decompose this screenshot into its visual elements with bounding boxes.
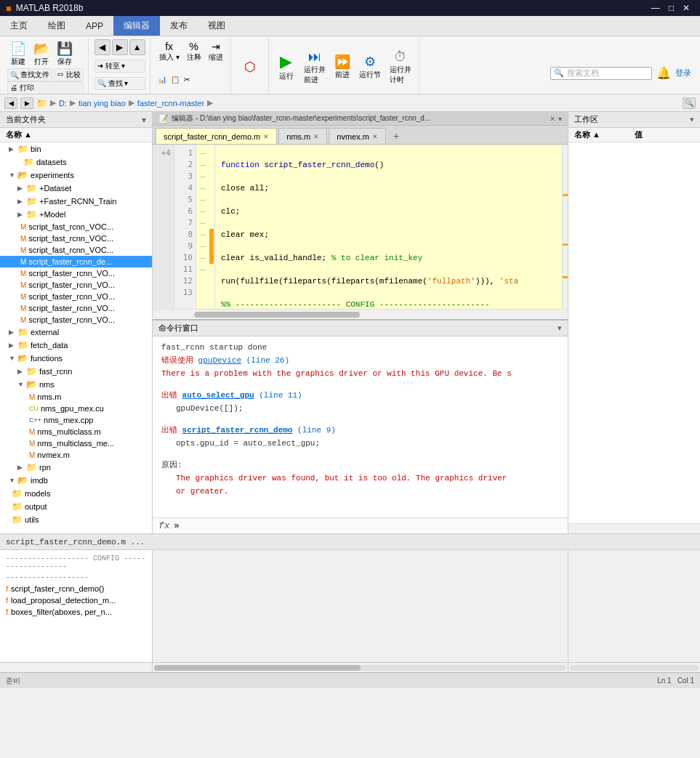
menu-editor[interactable]: 编辑器 bbox=[113, 16, 160, 36]
command-content[interactable]: fast_rcnn startup done 错误使用 gpuDevice (l… bbox=[153, 336, 568, 517]
search-docs-input[interactable]: 🔍 搜索文档 bbox=[550, 67, 652, 80]
tab-add[interactable]: + bbox=[387, 128, 405, 144]
tree-script2[interactable]: M script_fast_rcnn_VOC... bbox=[0, 233, 152, 244]
toolbar-edit-group: fx插入 ▾ %注释 ⇥缩进 📊 📋 ✂ 编辑 bbox=[152, 38, 231, 94]
minimize-button[interactable]: — bbox=[647, 3, 664, 13]
tree-dataset[interactable]: ▶ 📁 +Dataset bbox=[0, 182, 152, 195]
workspace-hscroll[interactable] bbox=[568, 523, 700, 533]
tree-functions[interactable]: ▼ 📂 functions bbox=[0, 352, 152, 365]
menu-app[interactable]: APP bbox=[76, 16, 113, 36]
up-button[interactable]: ▲ bbox=[129, 39, 145, 55]
notification-icon[interactable]: 🔔 bbox=[656, 66, 671, 80]
tree-bin[interactable]: ▶ 📁 bin bbox=[0, 142, 152, 156]
func-item-3[interactable]: f boxes_filter(aboxes, per_n... bbox=[3, 606, 149, 618]
save-button[interactable]: 💾 保存 bbox=[54, 39, 76, 68]
tree-nms[interactable]: ▼ 📂 nms bbox=[0, 378, 152, 391]
nav-search[interactable]: 🔍 bbox=[683, 97, 696, 109]
tree-script-demo[interactable]: M script_faster_rcnn_de... bbox=[0, 256, 152, 267]
indent-button[interactable]: ⇥缩进 bbox=[206, 39, 226, 64]
tree-nms-cpp[interactable]: C++ nms_mex.cpp bbox=[0, 414, 152, 426]
nav-forward[interactable]: ▶ bbox=[20, 97, 33, 109]
tab-close-2[interactable]: ✕ bbox=[372, 133, 378, 140]
close-button[interactable]: ✕ bbox=[678, 3, 694, 13]
tree-model[interactable]: ▶ 📁 +Model bbox=[0, 208, 152, 221]
tree-models[interactable]: 📁 models bbox=[0, 487, 152, 500]
tree-nms-cu[interactable]: CU nms_gpu_mex.cu bbox=[0, 403, 152, 414]
workspace-content bbox=[568, 142, 700, 523]
tree-rpn[interactable]: ▶ 📁 rpn bbox=[0, 461, 152, 474]
compare-button[interactable]: ⇔ 比较 bbox=[54, 68, 84, 81]
nav-path-project[interactable]: faster_rcnn-master bbox=[137, 99, 204, 108]
tree-nms-m[interactable]: M nms.m bbox=[0, 391, 152, 403]
comment-button[interactable]: %注释 bbox=[184, 39, 204, 64]
workspace-expand[interactable]: ▾ bbox=[690, 115, 694, 124]
login-button[interactable]: 登录 bbox=[675, 68, 691, 78]
breakpoint-button[interactable]: ⬡ bbox=[244, 59, 256, 75]
nav-path-dir[interactable]: tian ying biao bbox=[79, 99, 126, 108]
edit-icons3[interactable]: ✂ bbox=[182, 75, 191, 84]
tree-script5[interactable]: M script_faster_rcnn_VO... bbox=[0, 279, 152, 291]
command-window: 命令行窗口 ▾ fast_rcnn startup done 错误使用 gpuD… bbox=[153, 319, 568, 533]
back-button[interactable]: ◀ bbox=[94, 39, 110, 55]
tree-fast-rcnn[interactable]: ▶ 📁 fast_rcnn bbox=[0, 365, 152, 378]
tree-nms-multi[interactable]: M nms_multiclass.m bbox=[0, 426, 152, 438]
insert-button[interactable]: fx插入 ▾ bbox=[156, 39, 182, 64]
run-button[interactable]: ▶ 运行 bbox=[275, 51, 298, 83]
cmd-line-2: 错误使用 gpuDevice (line 26) bbox=[161, 354, 559, 367]
tree-nvmex[interactable]: M nvmex.m bbox=[0, 449, 152, 461]
tab-close-1[interactable]: ✕ bbox=[313, 133, 319, 140]
tree-utils[interactable]: 📁 utils bbox=[0, 513, 152, 526]
menu-home[interactable]: 主页 bbox=[0, 16, 38, 36]
new-button[interactable]: 📄 新建 bbox=[7, 39, 29, 68]
tree-fetch[interactable]: ▶ 📁 fetch_data bbox=[0, 339, 152, 352]
func-item-1[interactable]: f script_faster_rcnn_demo() bbox=[3, 583, 149, 594]
run-time-button[interactable]: ⏱ 运行并计时 bbox=[387, 48, 414, 86]
maximize-button[interactable]: □ bbox=[664, 3, 678, 13]
tab-nms[interactable]: nms.m ✕ bbox=[278, 128, 327, 144]
command-input[interactable] bbox=[184, 521, 562, 531]
edit-icons2[interactable]: 📋 bbox=[169, 75, 181, 84]
bottom-hscroll-track[interactable] bbox=[154, 665, 566, 671]
run-section-button[interactable]: ⚙ 运行节 bbox=[356, 52, 384, 81]
editor-hscroll[interactable] bbox=[153, 309, 568, 319]
editor-close-icon[interactable]: ✕ bbox=[550, 115, 555, 123]
tab-close-0[interactable]: ✕ bbox=[263, 133, 269, 140]
tree-nms-multi-me[interactable]: M nms_multiclass_me... bbox=[0, 438, 152, 449]
ws-hscroll[interactable] bbox=[570, 665, 699, 671]
tree-script6[interactable]: M script_faster_rcnn_VO... bbox=[0, 291, 152, 302]
tree-output[interactable]: 📁 output bbox=[0, 500, 152, 513]
forward-button[interactable]: ▶ bbox=[112, 39, 128, 55]
menu-publish[interactable]: 发布 bbox=[160, 16, 198, 36]
tree-external[interactable]: ▶ 📁 external bbox=[0, 326, 152, 339]
run-advance-button[interactable]: ⏭ 运行并前进 bbox=[301, 48, 329, 86]
print-button[interactable]: 🖨 打印 bbox=[7, 81, 84, 94]
tree-imdb[interactable]: ▼ 📂 imdb bbox=[0, 474, 152, 487]
tree-experiments[interactable]: ▼ 📂 experiments bbox=[0, 169, 152, 182]
tree-faster-rcnn-train[interactable]: ▶ 📁 +Faster_RCNN_Train bbox=[0, 195, 152, 208]
command-expand-icon[interactable]: ▾ bbox=[558, 323, 562, 333]
open-button[interactable]: 📂 打开 bbox=[31, 39, 52, 68]
find-files-button[interactable]: 🔍 查找文件 bbox=[7, 68, 52, 81]
editor-expand-icon[interactable]: ▾ bbox=[558, 115, 562, 123]
goto-button[interactable]: ➜ 转至 ▾ bbox=[94, 60, 145, 73]
nav-path-d[interactable]: D: bbox=[59, 99, 67, 108]
tab-script-demo[interactable]: script_faster_rcnn_demo.m ✕ bbox=[156, 128, 277, 144]
menubar: 主页 绘图 APP 编辑器 发布 视图 bbox=[0, 16, 700, 36]
menu-view[interactable]: 视图 bbox=[198, 16, 236, 36]
edit-icons[interactable]: 📊 bbox=[156, 75, 168, 84]
find-button[interactable]: 🔍 查找 ▾ bbox=[94, 77, 145, 90]
tree-script4[interactable]: M script_faster_rcnn_VO... bbox=[0, 267, 152, 279]
advance-button[interactable]: ⏩ 前进 bbox=[331, 52, 353, 81]
file-browser-expand[interactable]: ▾ bbox=[142, 115, 146, 125]
command-input-bar: fx » bbox=[153, 517, 568, 533]
tree-script8[interactable]: M script_faster_rcnn_VO... bbox=[0, 314, 152, 326]
tree-script1[interactable]: M script_fast_rcnn_VOC... bbox=[0, 221, 152, 233]
func-item-2[interactable]: f load_proposal_detection_m... bbox=[3, 594, 149, 606]
code-content[interactable]: function script_faster_rcnn_demo() close… bbox=[215, 145, 562, 309]
menu-plot[interactable]: 绘图 bbox=[38, 16, 76, 36]
tab-nvmex[interactable]: nvmex.m ✕ bbox=[329, 128, 386, 144]
tree-script3[interactable]: M script_fast_rcnn_VOC... bbox=[0, 244, 152, 256]
tree-datasets[interactable]: 📁 datasets bbox=[0, 156, 152, 169]
nav-back[interactable]: ◀ bbox=[4, 97, 17, 109]
tree-script7[interactable]: M script_faster_rcnn_VO... bbox=[0, 302, 152, 314]
